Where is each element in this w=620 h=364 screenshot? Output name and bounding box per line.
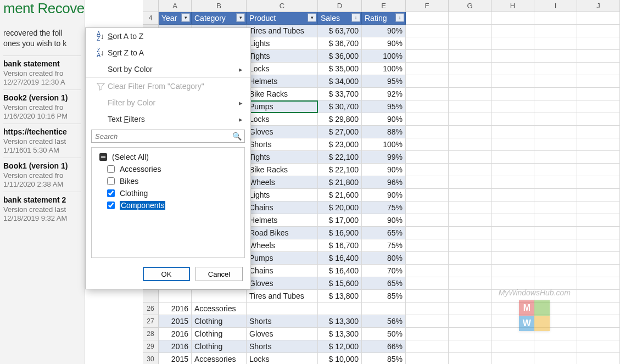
cell-sales[interactable]: $ 29,800 [318,113,362,126]
header-sales[interactable]: Sales ↓ [318,12,362,25]
col-header-g[interactable]: G [449,0,491,12]
table-row[interactable]: 30 2015 Accessories Locks $ 10,000 85% [143,353,620,364]
header-rating[interactable]: Rating ↓ [362,12,406,25]
cell-rating[interactable]: 92% [362,88,406,100]
cell-rating[interactable]: 50% [362,328,406,340]
col-header-a[interactable]: A [159,0,192,12]
cell-sales[interactable]: $ 16,400 [318,252,362,265]
filter-dropdown-icon[interactable]: ▾ [308,13,316,22]
cell-sales[interactable]: $ 36,000 [318,50,362,63]
ok-button[interactable]: OK [143,267,190,281]
cell-product[interactable]: Tights [247,50,318,63]
cell-sales[interactable]: $ 16,400 [318,265,362,277]
cell-sales[interactable]: $ 22,100 [318,164,362,176]
select-all-corner[interactable] [143,0,159,12]
cell-sales[interactable]: $ 16,900 [318,227,362,239]
header-year[interactable]: Year ▾ [159,12,192,25]
cell-product[interactable]: Tires and Tubes [247,25,318,37]
col-header-d[interactable]: D [318,0,362,12]
cell-product[interactable]: Gloves [247,277,318,290]
cell-rating[interactable]: 90% [362,113,406,126]
col-header-h[interactable]: H [491,0,534,12]
recovery-item[interactable]: bank statement Version created fro 12/27… [3,55,81,89]
checkbox[interactable] [107,189,115,197]
cell-rating[interactable]: 90% [362,164,406,176]
cell-rating[interactable]: 99% [362,151,406,164]
checkbox[interactable] [107,177,115,185]
checkbox[interactable] [99,153,107,161]
recovery-item[interactable]: bank statement 2 Version created last 12… [3,192,81,226]
cell-sales[interactable]: $ 15,600 [318,277,362,290]
row-header[interactable]: 29 [143,340,159,353]
cell-rating[interactable]: 75% [362,239,406,252]
cell-product[interactable]: Pumps [247,252,318,265]
cell-rating[interactable]: 90% [362,189,406,201]
cell-rating[interactable]: 95% [362,75,406,88]
cell-year[interactable]: 2016 [159,328,192,340]
cell-product[interactable]: Locks [247,353,318,364]
header-category[interactable]: Category ▾ [192,12,247,25]
cell-product[interactable]: Shorts [247,315,318,328]
cell-sales[interactable]: $ 12,000 [318,340,362,353]
cell-sales[interactable]: $ 21,800 [318,176,362,189]
cell-sales[interactable]: $ 17,000 [318,214,362,227]
filter-option[interactable]: Clothing [97,187,239,199]
table-row[interactable]: 29 2016 Clothing Shorts $ 12,000 66% [143,340,620,353]
sort-dropdown-icon[interactable]: ↓ [351,13,360,22]
cell-product[interactable]: Lights [247,189,318,201]
col-header-b[interactable]: B [192,0,247,12]
cell-sales[interactable]: $ 23,000 [318,138,362,151]
cell-rating[interactable] [362,303,406,315]
filter-values-list[interactable]: (Select All) Accessories Bikes Clothing … [91,147,245,258]
cell-product[interactable]: Road Bikes [247,227,318,239]
cell-product[interactable]: Pumps [247,100,318,113]
col-header-e[interactable]: E [362,0,406,12]
recovery-item[interactable]: Book1 (version 1) Version created fro 1/… [3,158,81,192]
cell-rating[interactable]: 90% [362,25,406,37]
cell-year[interactable]: 2016 [159,303,192,315]
sort-z-to-a[interactable]: ZA↓ Sort Z to A [86,44,250,61]
cell-rating[interactable]: 65% [362,227,406,239]
cell-year[interactable]: 2016 [159,340,192,353]
cell-rating[interactable]: 85% [362,290,406,303]
cell-sales[interactable]: $ 13,300 [318,328,362,340]
sort-a-to-z[interactable]: AZ↓ Sort A to Z [86,28,250,44]
row-header[interactable]: 26 [143,303,159,315]
cell-product[interactable]: Chains [247,201,318,214]
filter-option-select-all[interactable]: (Select All) [97,151,239,163]
cell-year[interactable]: 2015 [159,353,192,364]
filter-option[interactable]: Components [97,199,239,211]
cell-sales[interactable]: $ 13,300 [318,315,362,328]
cell-sales[interactable]: $ 35,000 [318,63,362,75]
cell-product[interactable]: Tires and Tubes [247,290,318,303]
cell-category[interactable]: Accessories [192,303,247,315]
cell-product[interactable]: Tights [247,151,318,164]
cell-rating[interactable]: 95% [362,100,406,113]
row-header[interactable]: 30 [143,353,159,364]
cell-product[interactable]: Gloves [247,126,318,138]
col-header-j[interactable]: J [577,0,620,12]
filter-dropdown-icon[interactable]: ▾ [236,13,245,22]
recovery-item[interactable]: Book2 (version 1) Version created fro 1/… [3,89,81,124]
cell-sales[interactable]: $ 33,700 [318,88,362,100]
cell-product[interactable] [247,303,318,315]
cell-rating[interactable]: 56% [362,315,406,328]
cell-rating[interactable]: 96% [362,176,406,189]
recovery-item[interactable]: https://techentice Version created last … [3,124,81,158]
cell-rating[interactable]: 65% [362,277,406,290]
cell-product[interactable]: Locks [247,113,318,126]
filter-option[interactable]: Accessories [97,163,239,175]
cell-product[interactable]: Helmets [247,214,318,227]
cell-rating[interactable]: 100% [362,50,406,63]
cell-sales[interactable]: $ 22,100 [318,151,362,164]
col-header-f[interactable]: F [406,0,449,12]
cell-sales[interactable]: $ 16,700 [318,239,362,252]
cell-rating[interactable]: 100% [362,63,406,75]
cell-sales[interactable]: $ 30,700 [318,100,362,113]
cell-product[interactable]: Wheels [247,239,318,252]
cell-sales[interactable]: $ 10,000 [318,353,362,364]
cell-rating[interactable]: 80% [362,252,406,265]
cell-category[interactable]: Accessories [192,353,247,364]
checkbox[interactable] [107,165,115,173]
cell-sales[interactable]: $ 27,000 [318,126,362,138]
